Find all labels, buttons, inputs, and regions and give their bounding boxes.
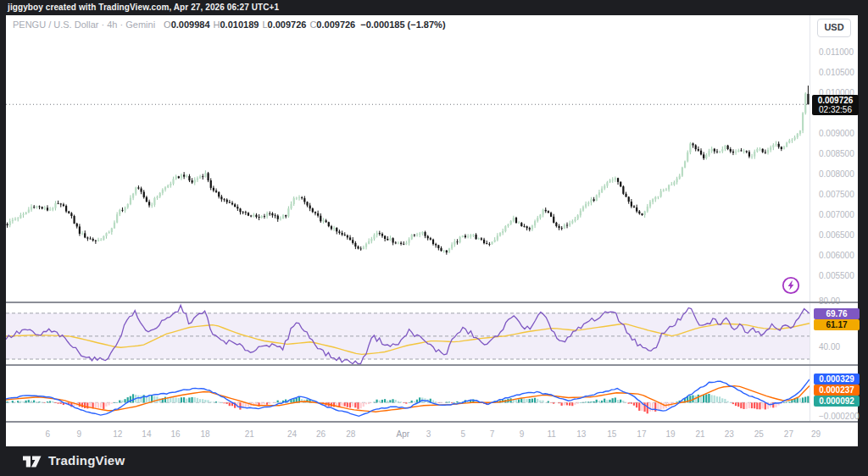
attribution-bar: jiggyboy created with TradingView.com, A… bbox=[0, 0, 868, 15]
chart-frame: PENGU / U.S. Dollar · 4h · GeminiO0.0099… bbox=[6, 15, 858, 446]
tradingview-logo-icon[interactable] bbox=[23, 454, 43, 469]
time-tick-label: 16 bbox=[161, 429, 190, 439]
axis-tick-label: 0.008000 bbox=[819, 169, 854, 179]
axis-tick-label: 0.010500 bbox=[819, 68, 854, 77]
bar-countdown: 02:32:56 bbox=[814, 105, 857, 114]
time-scale[interactable]: 691214161821242628Apr3579111315171921232… bbox=[6, 423, 858, 446]
time-tick-label: 29 bbox=[802, 429, 831, 439]
indicator-value-badge: 0.000329 bbox=[814, 374, 860, 385]
footer-bar: TradingView bbox=[0, 446, 868, 476]
attribution-text: jiggyboy created with TradingView.com, A… bbox=[8, 3, 279, 12]
time-tick-label: 13 bbox=[567, 429, 596, 439]
pane-divider[interactable] bbox=[6, 364, 858, 366]
time-tick-label: 18 bbox=[191, 429, 220, 439]
pane-divider[interactable] bbox=[6, 302, 858, 303]
time-tick-label: 19 bbox=[656, 429, 685, 439]
pane-divider[interactable] bbox=[6, 421, 858, 423]
axis-tick-label: 0.007500 bbox=[819, 190, 854, 199]
time-tick-label: 5 bbox=[448, 429, 477, 439]
time-tick-label: Apr bbox=[388, 429, 417, 439]
time-tick-label: 6 bbox=[33, 429, 62, 439]
time-tick-label: 23 bbox=[715, 429, 743, 439]
time-tick-label: 27 bbox=[774, 429, 803, 439]
time-tick-label: 9 bbox=[508, 429, 537, 439]
rsi-chart[interactable] bbox=[6, 303, 810, 364]
boost-icon[interactable] bbox=[781, 275, 801, 296]
indicator-value-badge: 0.000092 bbox=[814, 396, 860, 407]
macd-chart[interactable] bbox=[6, 366, 810, 421]
axis-tick-label: 0.005500 bbox=[819, 271, 854, 280]
macd-pane[interactable] bbox=[6, 366, 810, 421]
axis-tick-label: 0.011000 bbox=[819, 47, 854, 57]
time-tick-label: 28 bbox=[337, 429, 365, 439]
currency-toggle-button[interactable]: USD bbox=[817, 19, 851, 37]
time-tick-label: 7 bbox=[478, 429, 507, 439]
tradingview-brand-text[interactable]: TradingView bbox=[48, 453, 125, 468]
tradingview-snapshot: jiggyboy created with TradingView.com, A… bbox=[0, 0, 868, 476]
axis-tick-label: 0.006500 bbox=[819, 230, 854, 240]
time-tick-label: 11 bbox=[537, 429, 566, 439]
time-tick-label: 14 bbox=[132, 429, 161, 439]
axis-tick-label: 0.006000 bbox=[819, 251, 854, 260]
last-price-badge: 0.00972602:32:56 bbox=[812, 95, 859, 115]
axis-tick-label: 40.00 bbox=[819, 342, 840, 351]
time-tick-label: 25 bbox=[744, 429, 773, 439]
axis-tick-label: −0.000200 bbox=[819, 412, 860, 421]
time-tick-label: 17 bbox=[627, 429, 656, 439]
last-price-value: 0.009726 bbox=[814, 96, 857, 105]
indicator-value-badge: 69.76 bbox=[814, 308, 860, 319]
time-tick-label: 21 bbox=[235, 429, 264, 439]
time-tick-label: 24 bbox=[278, 429, 307, 439]
time-tick-label: 26 bbox=[307, 429, 336, 439]
time-tick-label: 15 bbox=[598, 429, 626, 439]
price-pane[interactable] bbox=[6, 15, 810, 302]
time-tick-label: 12 bbox=[103, 429, 132, 439]
price-scale[interactable]: 0.0110000.0105000.0100000.0090000.008500… bbox=[810, 15, 859, 421]
candlestick-chart[interactable] bbox=[6, 15, 810, 302]
axis-tick-label: 0.008500 bbox=[819, 149, 854, 158]
axis-tick-label: 0.009000 bbox=[819, 129, 854, 138]
axis-tick-label: 0.007000 bbox=[819, 210, 854, 219]
time-tick-label: 21 bbox=[686, 429, 715, 439]
indicator-value-badge: 61.17 bbox=[814, 319, 860, 330]
time-tick-label: 3 bbox=[415, 429, 443, 439]
rsi-pane[interactable] bbox=[6, 303, 810, 364]
indicator-value-badge: 0.000237 bbox=[814, 385, 860, 396]
time-tick-label: 9 bbox=[64, 429, 93, 439]
